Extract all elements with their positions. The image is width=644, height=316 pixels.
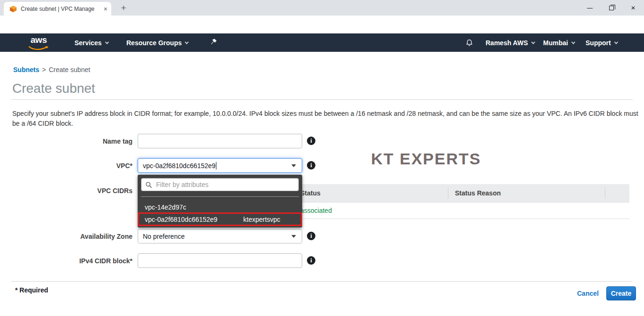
dropdown-arrow-icon: [291, 235, 296, 238]
nav-services-label: Services: [74, 39, 102, 47]
notifications-bell-icon[interactable]: [465, 38, 473, 47]
chevron-down-icon: [531, 40, 535, 44]
aws-smile-icon: [28, 46, 49, 51]
vpc-option-2-highlighted[interactable]: vpc-0a2f6810dc66152e9 ktexpertsvpc: [138, 212, 302, 226]
page-title: Create subnet: [12, 81, 95, 96]
browser-window: Create subnet | VPC Managemen × + — ✕ ap…: [0, 0, 644, 316]
name-tag-input[interactable]: [138, 134, 302, 148]
window-controls: — ✕: [579, 0, 644, 16]
dropdown-filter-input[interactable]: [156, 181, 295, 188]
availability-zone-value: No preference: [143, 233, 185, 240]
nav-resource-groups-label: Resource Groups: [126, 39, 182, 47]
nav-region-label: Mumbai: [543, 39, 568, 47]
nav-account-label: Ramesh AWS: [486, 39, 528, 47]
vpc-label: VPC*: [0, 162, 132, 170]
name-tag-label: Name tag: [0, 138, 132, 145]
restore-icon: [609, 6, 614, 10]
window-minimize-button[interactable]: —: [579, 0, 601, 16]
column-separator: [448, 187, 448, 199]
browser-url-bar: ap-south-1.console.aws.amazon.com/vpc/ho…: [0, 16, 644, 33]
aws-logo-text: aws: [28, 36, 49, 44]
kt-experts-watermark: KT EXPERTS: [371, 150, 481, 168]
window-close-button[interactable]: ✕: [622, 0, 644, 16]
vpc-option-id: vpc-0a2f6810dc66152e9: [145, 216, 217, 223]
create-button[interactable]: Create: [606, 286, 636, 300]
nav-region-menu[interactable]: Mumbai: [543, 39, 575, 47]
cidr-status-value: associated: [300, 207, 332, 214]
availability-zone-label: Availability Zone: [0, 233, 132, 240]
column-status: Status: [300, 189, 321, 197]
nav-support-menu[interactable]: Support: [586, 39, 618, 47]
chevron-down-icon: [614, 40, 618, 44]
tab-title: Create subnet | VPC Managemen: [21, 6, 94, 12]
column-status-reason: Status Reason: [455, 189, 501, 197]
vpc-option-name: ktexpertsvpc: [243, 216, 281, 223]
dropdown-divider: [141, 196, 299, 197]
vpc-dropdown-panel: vpc-14e2d97c vpc-0a2f6810dc66152e9 ktexp…: [138, 175, 302, 227]
ipv4-cidr-info-icon[interactable]: i: [307, 256, 315, 265]
tab-close-icon[interactable]: ×: [104, 6, 107, 12]
aws-logo[interactable]: aws: [28, 36, 49, 53]
browser-tab-bar: Create subnet | VPC Managemen × + — ✕: [0, 0, 644, 16]
search-icon: [145, 181, 152, 188]
ipv4-cidr-label: IPv4 CIDR block*: [0, 257, 132, 265]
new-tab-button[interactable]: +: [118, 2, 129, 14]
footer-divider: [11, 281, 633, 282]
breadcrumb-subnets-link[interactable]: Subnets: [13, 66, 39, 73]
pin-icon[interactable]: [210, 38, 217, 46]
dropdown-arrow-icon: [291, 164, 296, 167]
nav-services-menu[interactable]: Services: [74, 39, 108, 47]
browser-tab[interactable]: Create subnet | VPC Managemen ×: [4, 2, 111, 16]
dropdown-filter-box[interactable]: [141, 178, 299, 191]
chevron-down-icon: [105, 40, 108, 44]
page-description: Specify your subnet's IP address block i…: [12, 109, 641, 129]
vpc-cidrs-label: VPC CIDRs: [0, 187, 132, 194]
vpc-select[interactable]: vpc-0a2f6810dc66152e9: [138, 158, 302, 173]
window-restore-button[interactable]: [601, 0, 622, 16]
vpc-info-icon[interactable]: i: [307, 161, 315, 170]
availability-zone-select[interactable]: No preference: [138, 229, 302, 243]
breadcrumb: Subnets>Create subnet: [13, 66, 90, 73]
chevron-down-icon: [185, 40, 189, 44]
nav-support-label: Support: [586, 39, 611, 47]
nav-account-menu[interactable]: Ramesh AWS: [486, 39, 535, 47]
availability-zone-info-icon[interactable]: i: [307, 232, 315, 240]
nav-resource-groups-menu[interactable]: Resource Groups: [126, 39, 188, 47]
breadcrumb-separator: >: [42, 66, 46, 73]
chevron-down-icon: [571, 40, 575, 44]
name-tag-info-icon[interactable]: i: [307, 137, 315, 145]
title-divider: [11, 99, 633, 100]
cancel-button[interactable]: Cancel: [577, 290, 599, 297]
aws-favicon-icon: [9, 5, 17, 13]
text-cursor: [216, 162, 216, 170]
required-note: * Required: [15, 286, 48, 294]
vpc-select-value: vpc-0a2f6810dc66152e9: [143, 162, 215, 170]
ipv4-cidr-input[interactable]: [138, 253, 302, 268]
vpc-option-1[interactable]: vpc-14e2d97c: [145, 203, 186, 211]
breadcrumb-current: Create subnet: [49, 66, 90, 73]
column-separator: [605, 187, 605, 199]
